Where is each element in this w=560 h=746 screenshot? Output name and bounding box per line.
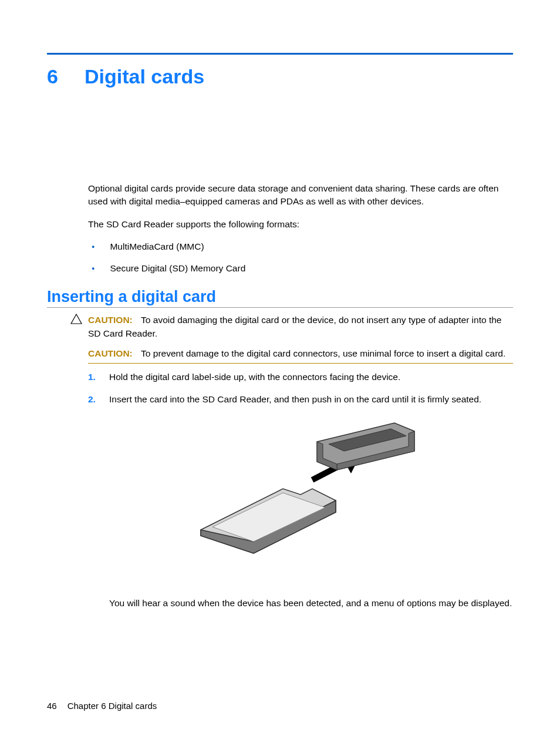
caution-label: CAUTION: bbox=[88, 315, 133, 325]
step-item: 2. Insert the card into the SD Card Read… bbox=[88, 393, 513, 406]
page-number: 46 bbox=[47, 701, 57, 711]
intro-paragraph-2: The SD Card Reader supports the followin… bbox=[88, 218, 513, 231]
list-item: Secure Digital (SD) Memory Card bbox=[88, 262, 513, 275]
step-text: Insert the card into the SD Card Reader,… bbox=[109, 393, 481, 406]
page-footer: 46 Chapter 6 Digital cards bbox=[47, 701, 157, 711]
caution-text: To avoid damaging the digital card or th… bbox=[88, 315, 501, 338]
caution-block-1: CAUTION: To avoid damaging the digital c… bbox=[70, 314, 513, 340]
chapter-number: 6 bbox=[47, 65, 59, 88]
step-number: 1. bbox=[88, 371, 109, 384]
step-item: 1. Hold the digital card label-side up, … bbox=[88, 371, 513, 384]
list-item-text: Secure Digital (SD) Memory Card bbox=[110, 262, 245, 275]
list-item-text: MultiMediaCard (MMC) bbox=[110, 240, 204, 253]
caution-text: To prevent damage to the digital card co… bbox=[141, 348, 505, 358]
chapter-title: Digital cards bbox=[85, 65, 204, 88]
list-item: MultiMediaCard (MMC) bbox=[88, 240, 513, 253]
intro-paragraph-1: Optional digital cards provide secure da… bbox=[88, 182, 513, 209]
sd-card-illustration bbox=[88, 418, 513, 577]
warning-triangle-icon bbox=[70, 314, 83, 324]
detection-note: You will hear a sound when the device ha… bbox=[109, 597, 513, 610]
step-number: 2. bbox=[88, 393, 109, 406]
chapter-heading: 6 Digital cards bbox=[47, 65, 513, 88]
format-list: MultiMediaCard (MMC) Secure Digital (SD)… bbox=[88, 240, 513, 275]
section-heading: Inserting a digital card bbox=[47, 288, 513, 308]
chapter-rule bbox=[47, 53, 513, 55]
caution-label: CAUTION: bbox=[88, 348, 133, 358]
footer-chapter: Chapter 6 Digital cards bbox=[68, 701, 157, 711]
steps-list: 1. Hold the digital card label-side up, … bbox=[88, 371, 513, 406]
step-text: Hold the digital card label-side up, wit… bbox=[109, 371, 400, 384]
caution-block-2: CAUTION: To prevent damage to the digita… bbox=[88, 347, 513, 363]
